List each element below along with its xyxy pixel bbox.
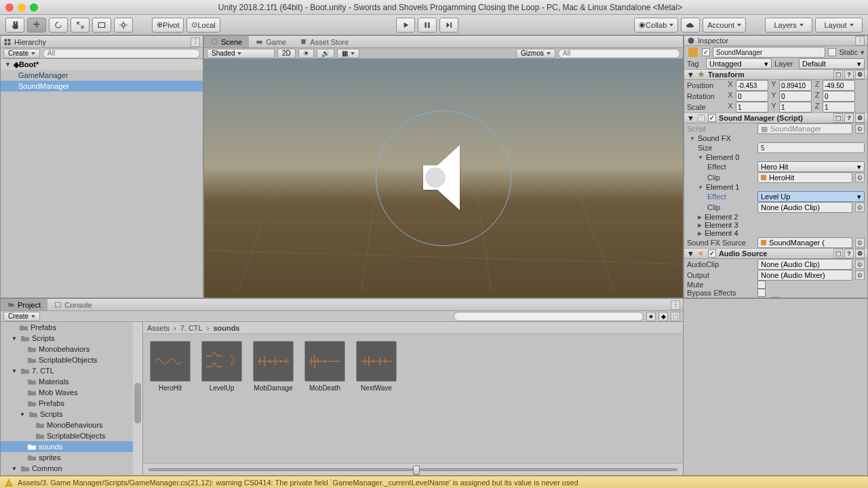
layers-button[interactable]: Layers bbox=[765, 18, 812, 33]
tab-project[interactable]: Project bbox=[1, 299, 47, 310]
cloud-button[interactable] bbox=[681, 18, 700, 33]
hierarchy-options[interactable]: ⋮ bbox=[191, 37, 200, 47]
element1-fold[interactable]: ▼Element 1 bbox=[684, 183, 867, 191]
mute-checkbox[interactable] bbox=[757, 281, 766, 289]
tree-common[interactable]: ▼Common bbox=[1, 463, 142, 474]
tree-prefabs[interactable]: Prefabs bbox=[1, 322, 142, 333]
collab-button[interactable]: ◉ Collab bbox=[634, 18, 678, 33]
step-button[interactable] bbox=[439, 18, 458, 33]
output-field[interactable]: None (Audio Mixer) bbox=[757, 270, 852, 281]
tab-console[interactable]: Console bbox=[47, 299, 98, 310]
tree-sprites[interactable]: sprites bbox=[1, 452, 142, 463]
project-search[interactable] bbox=[454, 312, 644, 321]
project-tree-scrollbar[interactable] bbox=[133, 322, 142, 475]
move-tool[interactable] bbox=[27, 18, 46, 33]
save-search-icon[interactable]: ⬚ bbox=[671, 312, 680, 321]
tree-scriptableobjects[interactable]: ScriptableObjects bbox=[1, 354, 142, 365]
gizmos-toggle[interactable]: Gizmos bbox=[516, 49, 555, 58]
hand-tool[interactable] bbox=[5, 18, 24, 33]
rot-y[interactable] bbox=[779, 91, 812, 102]
breadcrumb-sounds[interactable]: sounds bbox=[213, 324, 239, 332]
size-field[interactable] bbox=[757, 142, 865, 153]
local-button[interactable]: ⊙ Local bbox=[186, 18, 220, 33]
hierarchy-item-soundmanager[interactable]: SoundManager bbox=[1, 81, 203, 92]
tag-dropdown[interactable]: Untagged▾ bbox=[706, 58, 772, 69]
scl-y[interactable] bbox=[779, 102, 812, 113]
bypass-effects-checkbox[interactable] bbox=[757, 289, 766, 297]
asset-levelup[interactable]: LevelUp bbox=[201, 341, 242, 392]
play-button[interactable] bbox=[396, 18, 415, 33]
scene-view[interactable] bbox=[204, 59, 683, 298]
hierarchy-search[interactable] bbox=[43, 49, 200, 58]
element0-fold[interactable]: ▼Element 0 bbox=[684, 153, 867, 161]
lighting-toggle[interactable]: ☀ bbox=[298, 49, 314, 58]
gameobject-name[interactable] bbox=[713, 47, 825, 58]
asset-nextwave[interactable]: NextWave bbox=[356, 341, 397, 392]
asset-herohit[interactable]: HeroHit bbox=[150, 341, 191, 392]
asset-mobdamage[interactable]: MobDamage bbox=[253, 341, 294, 392]
rot-x[interactable] bbox=[736, 91, 768, 102]
audio-toggle[interactable]: 🔊 bbox=[317, 49, 334, 58]
el0-effect[interactable]: Hero Hit▾ bbox=[757, 161, 865, 172]
2d-toggle[interactable]: 2D bbox=[277, 49, 296, 58]
asset-mobdeath[interactable]: MobDeath bbox=[304, 341, 345, 392]
active-checkbox[interactable]: ✓ bbox=[702, 48, 710, 56]
audioclip-field[interactable]: None (Audio Clip) bbox=[757, 259, 852, 270]
hierarchy-create-button[interactable]: Create bbox=[3, 49, 40, 58]
maximize-icon[interactable] bbox=[30, 3, 38, 12]
audiosource-header[interactable]: ▼ ✓ Audio Source ⬚?⚙ bbox=[684, 248, 867, 259]
rotate-tool[interactable] bbox=[49, 18, 68, 33]
soundmanager-header[interactable]: ▼ ✓ Sound Manager (Script) ⬚?⚙ bbox=[684, 113, 867, 123]
tree-sounds[interactable]: sounds bbox=[1, 441, 142, 452]
tree-7ctl[interactable]: ▼7. CTL bbox=[1, 365, 142, 376]
tree-materials[interactable]: Materials bbox=[1, 376, 142, 387]
tree-scriptableobjects2[interactable]: ScriptableObjects bbox=[1, 430, 142, 441]
shading-mode[interactable]: Shaded bbox=[207, 49, 275, 58]
tree-scripts[interactable]: ▼Scripts bbox=[1, 333, 142, 344]
pos-y[interactable] bbox=[779, 80, 812, 91]
hierarchy-item-gamemanager[interactable]: GameManager bbox=[1, 70, 203, 81]
project-create-button[interactable]: Create bbox=[3, 312, 40, 321]
tree-prefabs2[interactable]: Prefabs bbox=[1, 398, 142, 409]
tree-mobwaves[interactable]: Mob Waves bbox=[1, 387, 142, 398]
pivot-button[interactable]: ⊕ Pivot bbox=[152, 18, 184, 33]
layer-dropdown[interactable]: Default▾ bbox=[799, 58, 865, 69]
soundfx-fold[interactable]: ▼Sound FX bbox=[684, 134, 867, 142]
element4-fold[interactable]: ▶Element 4 bbox=[684, 229, 867, 237]
el1-clip[interactable]: None (Audio Clip) bbox=[757, 202, 852, 213]
breadcrumb-assets[interactable]: Assets bbox=[147, 324, 170, 332]
fxsource-field[interactable]: SoundManager ( bbox=[757, 237, 852, 248]
pause-button[interactable] bbox=[418, 18, 437, 33]
el0-clip[interactable]: HeroHit bbox=[757, 172, 852, 183]
tab-scene[interactable]: Scene bbox=[204, 36, 249, 47]
pos-x[interactable] bbox=[736, 80, 768, 91]
scale-tool[interactable] bbox=[71, 18, 90, 33]
account-button[interactable]: Account bbox=[703, 18, 746, 33]
breadcrumb-7ctl[interactable]: 7. CTL bbox=[180, 324, 203, 332]
tab-game[interactable]: Game bbox=[249, 36, 293, 47]
tab-asset-store[interactable]: Asset Store bbox=[293, 36, 355, 47]
tree-monobehaviours2[interactable]: MonoBehaviours bbox=[1, 420, 142, 430]
audiosource-enabled[interactable]: ✓ bbox=[708, 249, 716, 258]
transform-menu[interactable]: ⬚?⚙ bbox=[833, 70, 865, 79]
scene-search[interactable] bbox=[558, 49, 680, 58]
soundmanager-enabled[interactable]: ✓ bbox=[708, 114, 716, 122]
minimize-icon[interactable] bbox=[18, 3, 26, 12]
close-icon[interactable] bbox=[5, 3, 14, 12]
pos-z[interactable] bbox=[823, 80, 855, 91]
layout-button[interactable]: Layout bbox=[815, 18, 863, 33]
el1-effect[interactable]: Level Up▾ bbox=[757, 191, 865, 202]
tree-scripts2[interactable]: ▼Scripts bbox=[1, 409, 142, 420]
favorite-icon[interactable]: ★ bbox=[646, 312, 656, 321]
rot-z[interactable] bbox=[823, 91, 855, 102]
transform-header[interactable]: ▼ Transform ⬚?⚙ bbox=[684, 69, 867, 80]
status-text[interactable]: Assets/3. Game Manager/Scripts/GameManag… bbox=[18, 479, 578, 487]
rect-tool[interactable] bbox=[92, 18, 111, 33]
inspector-options[interactable]: ⋮ bbox=[855, 36, 865, 45]
hierarchy-scene-root[interactable]: ▼◈ Boot* bbox=[1, 59, 203, 70]
scl-z[interactable] bbox=[823, 102, 855, 113]
filter-icon[interactable]: ◆ bbox=[658, 312, 668, 321]
element3-fold[interactable]: ▶Element 3 bbox=[684, 221, 867, 229]
transform-tool[interactable] bbox=[114, 18, 133, 33]
fx-toggle[interactable]: ▦ bbox=[337, 49, 359, 58]
